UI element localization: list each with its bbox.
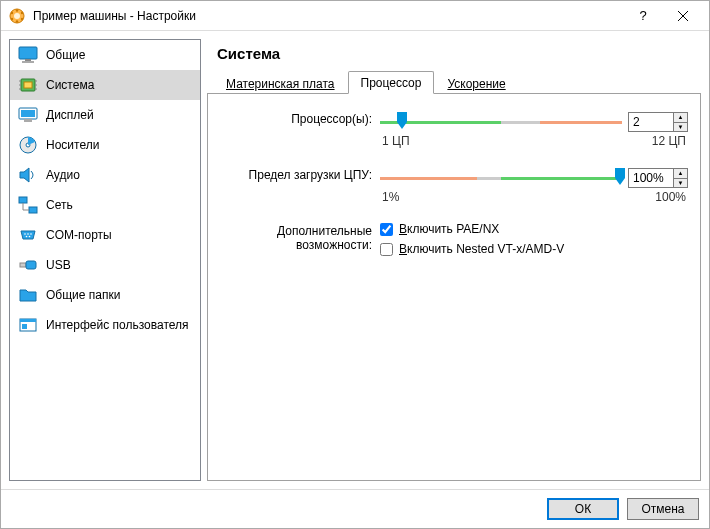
- content-area: Общие Система Дисплей Носители Аудио Сет…: [1, 31, 709, 489]
- display-icon: [18, 106, 38, 124]
- exec-cap-label: Предел загрузки ЦПУ:: [220, 166, 380, 182]
- help-button[interactable]: ?: [623, 2, 663, 30]
- tabstrip: Материнская плата Процессор Ускорение: [207, 70, 701, 94]
- svg-rect-23: [24, 119, 32, 122]
- svg-point-33: [26, 236, 28, 238]
- cpu-count-slider[interactable]: [380, 110, 622, 134]
- disk-icon: [18, 136, 38, 154]
- sidebar-item-label: Дисплей: [46, 108, 94, 122]
- exec-cap-slider[interactable]: [380, 166, 622, 190]
- svg-rect-38: [20, 319, 36, 322]
- sidebar-item-storage[interactable]: Носители: [10, 130, 200, 160]
- network-icon: [18, 196, 38, 214]
- folder-icon: [18, 286, 38, 304]
- monitor-icon: [18, 46, 38, 64]
- tab-processor[interactable]: Процессор: [348, 71, 435, 94]
- svg-rect-27: [29, 207, 37, 213]
- row-extras: Дополнительные возможности: Включить PAE…: [220, 222, 688, 262]
- svg-point-32: [30, 233, 32, 235]
- cancel-button[interactable]: Отмена: [627, 498, 699, 520]
- spin-down-icon[interactable]: ▼: [674, 179, 687, 188]
- app-icon: [9, 8, 25, 24]
- sidebar-item-label: Аудио: [46, 168, 80, 182]
- sidebar-item-label: Сеть: [46, 198, 73, 212]
- cpu-count-label: Процессор(ы):: [220, 110, 380, 126]
- svg-rect-10: [19, 47, 37, 59]
- window-title: Пример машины - Настройки: [33, 9, 623, 23]
- svg-point-34: [29, 236, 31, 238]
- sidebar-item-label: USB: [46, 258, 71, 272]
- pae-label: Включить PAE/NX: [399, 222, 499, 236]
- titlebar: Пример машины - Настройки ?: [1, 1, 709, 31]
- svg-rect-26: [19, 197, 27, 203]
- chip-icon: [18, 76, 38, 94]
- spin-down-icon[interactable]: ▼: [674, 123, 687, 132]
- page-title: Система: [207, 39, 701, 70]
- cpu-max-label: 12 ЦП: [652, 134, 686, 148]
- spin-up-icon[interactable]: ▲: [674, 169, 687, 179]
- sidebar: Общие Система Дисплей Носители Аудио Сет…: [9, 39, 201, 481]
- sidebar-item-network[interactable]: Сеть: [10, 190, 200, 220]
- svg-point-31: [27, 233, 29, 235]
- spin-up-icon[interactable]: ▲: [674, 113, 687, 123]
- pae-checkbox[interactable]: [380, 223, 393, 236]
- nested-label: Включить Nested VT-x/AMD-V: [399, 242, 564, 256]
- nested-checkbox[interactable]: [380, 243, 393, 256]
- svg-rect-39: [22, 324, 27, 329]
- execcap-min-label: 1%: [382, 190, 399, 204]
- cpu-min-label: 1 ЦП: [382, 134, 410, 148]
- sidebar-item-shared[interactable]: Общие папки: [10, 280, 200, 310]
- ok-button[interactable]: ОК: [547, 498, 619, 520]
- svg-rect-22: [21, 110, 35, 117]
- speaker-icon: [18, 166, 38, 184]
- svg-point-5: [16, 20, 18, 22]
- sidebar-item-audio[interactable]: Аудио: [10, 160, 200, 190]
- sidebar-item-ui[interactable]: Интерфейс пользователя: [10, 310, 200, 340]
- svg-rect-11: [25, 59, 31, 61]
- svg-point-3: [21, 11, 23, 13]
- exec-cap-spinner[interactable]: ▲▼: [628, 168, 688, 188]
- cpu-count-input[interactable]: [628, 112, 674, 132]
- execcap-max-label: 100%: [655, 190, 686, 204]
- sidebar-item-system[interactable]: Система: [10, 70, 200, 100]
- svg-point-30: [24, 233, 26, 235]
- sidebar-item-label: Интерфейс пользователя: [46, 318, 189, 332]
- svg-point-4: [21, 17, 23, 19]
- cpu-count-spinner[interactable]: ▲▼: [628, 112, 688, 132]
- svg-point-1: [14, 13, 20, 19]
- button-bar: ОК Отмена: [1, 489, 709, 528]
- row-cpu-count: Процессор(ы):: [220, 110, 688, 148]
- sidebar-item-label: Система: [46, 78, 94, 92]
- svg-point-7: [11, 11, 13, 13]
- sidebar-item-display[interactable]: Дисплей: [10, 100, 200, 130]
- svg-rect-12: [22, 61, 34, 63]
- sidebar-item-label: Общие папки: [46, 288, 120, 302]
- sidebar-item-label: Носители: [46, 138, 99, 152]
- tab-acceleration[interactable]: Ускорение: [434, 72, 518, 94]
- exec-cap-input[interactable]: [628, 168, 674, 188]
- svg-rect-35: [20, 263, 26, 267]
- row-exec-cap: Предел загрузки ЦПУ:: [220, 166, 688, 204]
- tab-body: Процессор(ы):: [207, 94, 701, 481]
- main-panel: Система Материнская плата Процессор Уско…: [207, 39, 701, 481]
- ui-icon: [18, 316, 38, 334]
- serial-icon: [18, 226, 38, 244]
- close-button[interactable]: [663, 2, 703, 30]
- svg-point-2: [16, 9, 18, 11]
- svg-rect-14: [24, 82, 32, 88]
- svg-rect-36: [26, 261, 36, 269]
- sidebar-item-label: COM-порты: [46, 228, 112, 242]
- svg-point-6: [11, 17, 13, 19]
- sidebar-item-general[interactable]: Общие: [10, 40, 200, 70]
- sidebar-item-serial[interactable]: COM-порты: [10, 220, 200, 250]
- extras-label: Дополнительные возможности:: [220, 222, 380, 252]
- tab-motherboard[interactable]: Материнская плата: [213, 72, 348, 94]
- usb-icon: [18, 256, 38, 274]
- sidebar-item-label: Общие: [46, 48, 85, 62]
- sidebar-item-usb[interactable]: USB: [10, 250, 200, 280]
